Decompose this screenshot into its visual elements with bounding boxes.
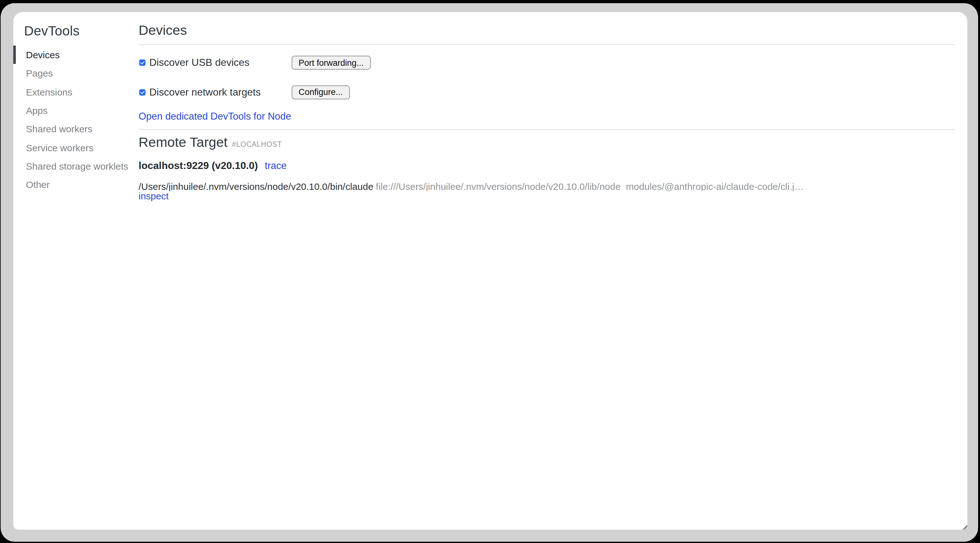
display: DevTools Devices Pages Extensions Apps S…	[0, 0, 980, 543]
sidebar-nav: Devices Pages Extensions Apps Shared wor…	[13, 46, 138, 194]
sidebar-item-shared-workers[interactable]: Shared workers	[13, 120, 138, 139]
discover-network-label[interactable]: Discover network targets	[149, 86, 261, 98]
divider	[138, 44, 955, 45]
sidebar-item-shared-storage-worklets[interactable]: Shared storage worklets	[13, 157, 138, 176]
app-title: DevTools	[24, 22, 80, 39]
trace-link[interactable]: trace	[265, 160, 286, 171]
port-forwarding-button[interactable]: Port forwarding...	[292, 56, 371, 70]
page-title: Devices	[138, 22, 187, 39]
configure-button[interactable]: Configure...	[292, 85, 350, 99]
discover-usb-row: Discover USB devices Port forwarding...	[138, 56, 955, 70]
node-devtools-link-row: Open dedicated DevTools for Node	[138, 111, 291, 121]
discover-network-row: Discover network targets Configure...	[138, 85, 955, 99]
open-node-devtools-link[interactable]: Open dedicated DevTools for Node	[138, 111, 291, 121]
sidebar-item-apps[interactable]: Apps	[13, 101, 138, 120]
discover-usb-label[interactable]: Discover USB devices	[149, 57, 250, 68]
target-details: /Users/jinhuilee/.nvm/versions/node/v20.…	[138, 181, 955, 201]
target-name-row: localhost:9229 (v20.10.0)trace	[138, 160, 286, 172]
target-name: localhost:9229 (v20.10.0)	[138, 160, 258, 171]
sidebar-item-service-workers[interactable]: Service workers	[13, 138, 138, 157]
target-path-line: /Users/jinhuilee/.nvm/versions/node/v20.…	[138, 181, 955, 191]
sidebar-item-pages[interactable]: Pages	[13, 64, 138, 83]
sidebar-item-other[interactable]: Other	[13, 176, 138, 194]
divider	[138, 129, 955, 129]
sidebar-item-extensions[interactable]: Extensions	[13, 83, 138, 101]
process-path: /Users/jinhuilee/.nvm/versions/node/v20.…	[138, 181, 373, 191]
file-url: file:///Users/jinhuilee/.nvm/versions/no…	[376, 181, 804, 191]
remote-target-tag: #LOCALHOST	[232, 140, 282, 148]
remote-target-title: Remote Target	[138, 135, 228, 150]
discover-usb-checkbox[interactable]	[139, 59, 145, 66]
devtools-window: DevTools Devices Pages Extensions Apps S…	[13, 12, 967, 530]
sidebar-item-devices[interactable]: Devices	[13, 46, 138, 64]
inspect-link[interactable]: inspect	[138, 191, 169, 202]
discover-network-checkbox[interactable]	[139, 89, 145, 95]
remote-target-heading: Remote Target#LOCALHOST	[138, 134, 282, 153]
main-content: Devices Discover USB devices Port forwar…	[138, 12, 955, 530]
sidebar: DevTools Devices Pages Extensions Apps S…	[13, 12, 138, 530]
